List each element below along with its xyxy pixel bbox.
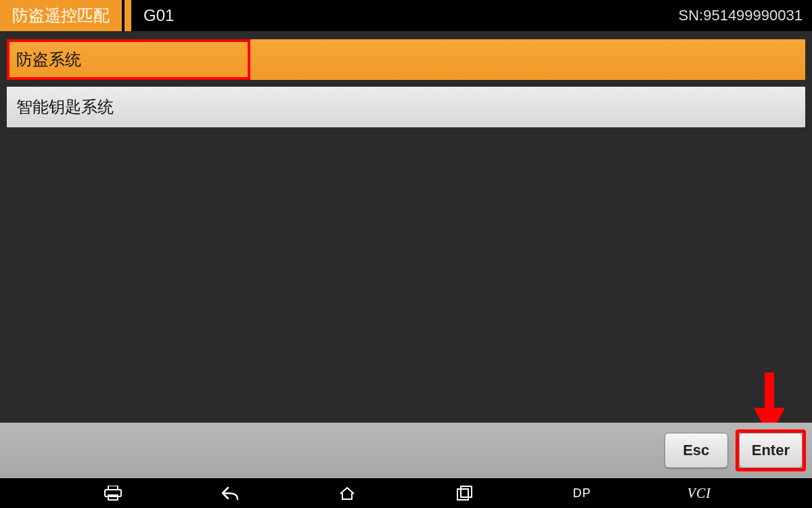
- nav-print[interactable]: [86, 478, 140, 508]
- menu-item-label: 防盗系统: [16, 49, 81, 70]
- nav-dp-label: DP: [572, 486, 591, 501]
- header-title: 防盗遥控匹配: [0, 0, 122, 31]
- menu-item-label: 智能钥匙系统: [16, 96, 114, 118]
- back-icon: [221, 486, 239, 501]
- footer-bar: Esc Enter: [0, 423, 812, 478]
- header-model: G01: [143, 6, 174, 25]
- enter-button-label: Enter: [752, 442, 790, 459]
- header-serial: SN:951499990031: [679, 7, 803, 24]
- printer-icon: [104, 486, 122, 501]
- system-nav-bar: DP VCI: [0, 478, 812, 508]
- nav-vci-label: VCI: [687, 486, 711, 501]
- nav-vci[interactable]: VCI: [672, 478, 726, 508]
- nav-recent[interactable]: [438, 478, 492, 508]
- main-content: 防盗系统 智能钥匙系统: [0, 31, 812, 423]
- menu-item-smart-key[interactable]: 智能钥匙系统: [7, 87, 805, 127]
- nav-home[interactable]: [320, 478, 374, 508]
- esc-button[interactable]: Esc: [664, 433, 728, 468]
- header-title-text: 防盗遥控匹配: [12, 5, 110, 26]
- enter-button[interactable]: Enter: [739, 433, 803, 468]
- header-orange-accent: [125, 0, 131, 31]
- nav-dp[interactable]: DP: [555, 478, 609, 508]
- nav-back[interactable]: [203, 478, 257, 508]
- menu-item-anti-theft[interactable]: 防盗系统: [7, 39, 805, 80]
- svg-rect-6: [461, 486, 472, 497]
- header-bar: 防盗遥控匹配 G01 SN:951499990031: [0, 0, 812, 31]
- svg-rect-5: [457, 489, 468, 500]
- esc-button-label: Esc: [683, 442, 709, 459]
- recent-apps-icon: [457, 486, 473, 501]
- home-icon: [338, 486, 356, 501]
